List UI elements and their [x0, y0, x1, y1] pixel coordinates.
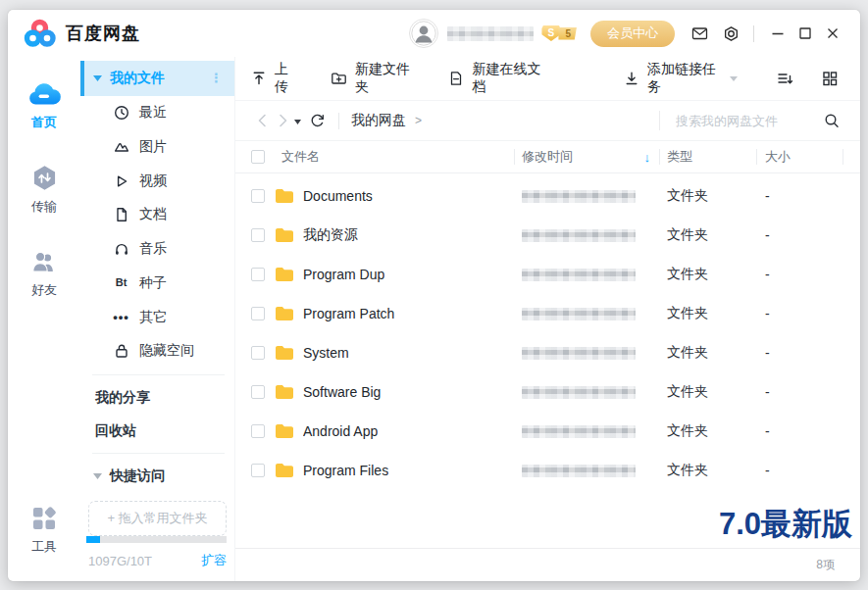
status-bar: 8项 [235, 548, 860, 581]
breadcrumb[interactable]: 我的网盘 [351, 112, 406, 129]
sidebar-item-quick-access[interactable]: 快捷访问 [80, 460, 234, 493]
back-button[interactable] [251, 109, 273, 132]
sidebar-item-my-share[interactable]: 我的分享 [80, 381, 234, 415]
file-name[interactable]: System [303, 345, 349, 361]
file-name[interactable]: Program Files [303, 463, 388, 478]
column-header-time[interactable]: 修改时间 [522, 148, 573, 166]
folder-icon [275, 188, 294, 204]
breadcrumb-separator: > [415, 114, 422, 127]
app-window: 百度网盘 S 5 会员中心 [8, 10, 860, 581]
sidebar-item-videos[interactable]: 视频 [80, 164, 234, 198]
sidebar-item-music[interactable]: 音乐 [80, 232, 234, 267]
row-checkbox[interactable] [251, 228, 265, 242]
folder-icon [275, 423, 294, 439]
select-all-checkbox[interactable] [251, 150, 265, 164]
search-input[interactable] [674, 113, 817, 129]
settings-button[interactable] [716, 19, 745, 48]
maximize-icon [798, 26, 812, 40]
minimize-icon [771, 26, 785, 40]
close-button[interactable] [819, 20, 846, 47]
row-checkbox[interactable] [251, 268, 265, 281]
sidebar-item-hidden-space[interactable]: 隐藏空间 [80, 334, 234, 369]
refresh-button[interactable] [305, 109, 329, 132]
table-row[interactable]: Program Dup 文件夹 - [235, 255, 860, 294]
row-checkbox[interactable] [251, 424, 265, 438]
sidebar-item-label: 快捷访问 [110, 467, 165, 485]
file-type: 文件夹 [660, 383, 757, 401]
row-checkbox[interactable] [251, 346, 265, 360]
file-name[interactable]: 我的资源 [303, 226, 358, 244]
search-button[interactable] [819, 108, 844, 133]
sidebar-item-pictures[interactable]: 图片 [80, 129, 234, 164]
column-header-name[interactable]: 文件名 [281, 148, 320, 166]
rail-item-friends[interactable]: 好友 [30, 249, 58, 299]
lock-icon [113, 343, 129, 359]
sort-desc-icon[interactable]: ↓ [644, 150, 651, 165]
gear-icon [723, 25, 740, 42]
row-checkbox[interactable] [251, 464, 265, 477]
file-type: 文件夹 [660, 344, 757, 362]
table-row[interactable]: Software Big 文件夹 - [235, 372, 860, 412]
file-size: - [757, 345, 843, 361]
column-header-type[interactable]: 类型 [667, 148, 692, 166]
sidebar-item-my-files[interactable]: 我的文件 ⋮ [80, 61, 234, 96]
sidebar-item-recycle-bin[interactable]: 回收站 [80, 415, 234, 448]
rail-item-label: 好友 [31, 281, 57, 299]
file-name[interactable]: Software Big [303, 384, 381, 400]
column-header-size[interactable]: 大小 [765, 148, 791, 166]
maximize-button[interactable] [791, 20, 819, 47]
table-row[interactable]: 我的资源 文件夹 - [235, 216, 860, 255]
rail-item-home[interactable]: 首页 [26, 80, 62, 131]
sidebar-item-torrents[interactable]: Bt 种子 [80, 267, 234, 301]
forward-button[interactable] [273, 109, 294, 132]
search-icon [824, 113, 840, 128]
table-row[interactable]: Android App 文件夹 - [235, 412, 860, 451]
row-checkbox[interactable] [251, 385, 265, 399]
member-center-button[interactable]: 会员中心 [590, 21, 675, 47]
sort-order-button[interactable] [770, 64, 799, 93]
history-caret-icon[interactable] [294, 120, 301, 124]
table-row[interactable]: System 文件夹 - [235, 333, 860, 372]
nav-separator [338, 113, 339, 129]
modified-date-blurred [522, 465, 636, 477]
table-row[interactable]: Program Files 文件夹 - [235, 451, 860, 490]
sidebar-item-label: 种子 [139, 274, 167, 292]
sidebar-item-others[interactable]: ••• 其它 [80, 300, 234, 334]
vip-level-badge[interactable]: S 5 [541, 25, 577, 41]
expand-storage-link[interactable]: 扩容 [201, 552, 227, 569]
table-row[interactable]: Program Patch 文件夹 - [235, 294, 860, 333]
sidebar-item-recent[interactable]: 最近 [80, 96, 234, 130]
user-avatar[interactable] [409, 19, 438, 48]
table-row[interactable]: Documents 文件夹 - [235, 176, 860, 216]
upload-button[interactable]: 上传 [251, 61, 298, 96]
drop-folder-zone[interactable]: + 拖入常用文件夹 [88, 501, 227, 536]
minimize-button[interactable] [764, 20, 791, 47]
music-icon [113, 241, 129, 257]
file-name[interactable]: Android App [303, 423, 378, 439]
transfer-icon [31, 165, 58, 191]
rail-item-tools[interactable]: 工具 [31, 506, 57, 556]
mail-button[interactable] [685, 19, 714, 48]
caret-down-icon[interactable] [93, 473, 102, 479]
caret-down-icon[interactable] [93, 75, 102, 81]
sidebar-item-documents[interactable]: 文档 [80, 198, 234, 232]
new-online-doc-button[interactable]: 新建在线文档 [448, 61, 546, 96]
folder-icon [275, 306, 294, 321]
rail-item-transfer[interactable]: 传输 [31, 165, 58, 216]
new-folder-button[interactable]: 新建文件夹 [331, 61, 417, 96]
add-link-task-button[interactable]: 添加链接任务 [624, 61, 738, 96]
video-icon [113, 173, 129, 189]
sidebar-item-label: 图片 [139, 138, 167, 156]
file-name[interactable]: Documents [303, 188, 373, 204]
row-checkbox[interactable] [251, 307, 265, 320]
file-name[interactable]: Program Dup [303, 267, 384, 282]
file-name[interactable]: Program Patch [303, 306, 394, 321]
folder-icon [275, 227, 294, 243]
more-options-icon[interactable]: ⋮ [210, 71, 223, 85]
modified-date-blurred [522, 190, 636, 203]
sidebar-item-label: 音乐 [139, 240, 167, 258]
grid-view-button[interactable] [815, 64, 844, 93]
sort-list-icon [777, 71, 793, 86]
row-checkbox[interactable] [251, 189, 265, 203]
search-separator [659, 111, 660, 130]
